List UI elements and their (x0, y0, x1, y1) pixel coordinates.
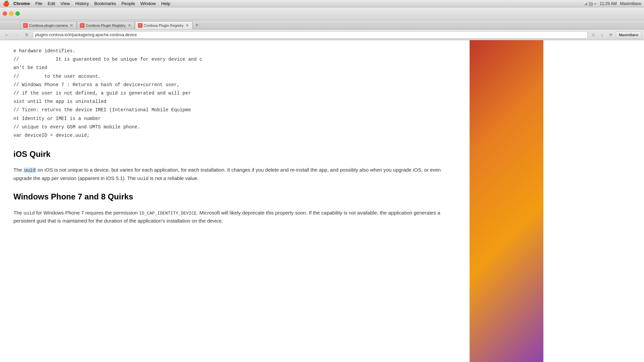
menu-bar-user: Maximiliano (620, 1, 641, 6)
new-tab-button[interactable]: + (193, 21, 202, 29)
tab-2-close[interactable]: ✕ (185, 23, 190, 28)
tabs-bar: C Cordova-plugin-camera ✕ C Cordova Plug… (0, 20, 644, 29)
tab-1-close[interactable]: ✕ (127, 23, 132, 28)
nav-right-controls: ☆ ↓ ≡ Maximiliano (590, 31, 641, 39)
menu-help[interactable]: Help (161, 1, 170, 6)
menu-bookmarks[interactable]: Bookmarks (94, 1, 116, 6)
nav-bar: ← → ↻ plugins.cordova.io/#/package/org.a… (0, 29, 644, 40)
close-window-button[interactable] (3, 11, 7, 16)
ios-para-end: is not a reliable value. (149, 175, 199, 181)
user-profile-button[interactable]: Maximiliano (616, 31, 641, 39)
refresh-button[interactable]: ↻ (23, 31, 31, 39)
ios-para-after: on iOS is not unique to a device, but va… (13, 167, 441, 181)
download-button[interactable]: ↓ (598, 31, 606, 39)
tab-2[interactable]: C Cordova Plugin Registry ✕ (135, 21, 193, 29)
title-bar (0, 7, 644, 20)
maximize-window-button[interactable] (15, 11, 20, 16)
menu-bar-right: ⊿ ))) ⌁ 11:29 AM Maximiliano (584, 1, 641, 6)
tab-1[interactable]: C Cordova Plugin Registry ✕ (77, 21, 135, 29)
menu-bar-time: 11:29 AM (600, 1, 617, 6)
tab-2-label: Cordova Plugin Registry (144, 23, 184, 27)
page-content: e hardware identifies. // It is guarante… (0, 40, 644, 362)
minimize-window-button[interactable] (9, 11, 13, 16)
address-bar[interactable]: plugins.cordova.io/#/package/org.apache.… (33, 31, 588, 39)
menu-window[interactable]: Window (140, 1, 156, 6)
menu-history[interactable]: History (75, 1, 89, 6)
tab-1-label: Cordova Plugin Registry (86, 23, 126, 27)
uuid-inline-1: uuid (137, 176, 149, 181)
wp-quirks-heading: Windows Phone 7 and 8 Quirks (13, 190, 456, 203)
wp-para-mid: for Windows Phone 7 requires the permiss… (35, 210, 139, 216)
menu-view[interactable]: View (60, 1, 70, 6)
menu-edit[interactable]: Edit (48, 1, 55, 6)
bookmark-button[interactable]: ☆ (590, 31, 597, 39)
wp-para-before: The (13, 210, 23, 216)
main-content-area: e hardware identifies. // It is guarante… (0, 40, 470, 362)
ios-quirk-paragraph: The uuid on iOS is not unique to a devic… (13, 166, 456, 182)
menu-chrome[interactable]: Chrome (13, 1, 30, 6)
wp-quirks-paragraph: The uuid for Windows Phone 7 requires th… (13, 209, 456, 225)
tab-0-close[interactable]: ✕ (69, 23, 74, 28)
forward-button[interactable]: → (13, 31, 21, 39)
wp-uuid-code: uuid (23, 210, 35, 216)
ios-para-before: The (13, 167, 23, 173)
ios-quirk-heading: iOS Quirk (13, 148, 456, 161)
menu-people[interactable]: People (121, 1, 135, 6)
right-sidebar-decoration (470, 40, 543, 362)
back-button[interactable]: ← (3, 31, 11, 39)
uuid-highlighted: uuid (23, 168, 36, 173)
apple-menu-icon[interactable]: 🍎 (3, 0, 9, 7)
menu-bar-icons: ⊿ ))) ⌁ (584, 1, 596, 6)
wp-permission-code: ID_CAP_IDENTITY_DEVICE (139, 211, 197, 216)
tab-0-label: Cordova-plugin-camera (29, 23, 68, 27)
url-text: plugins.cordova.io/#/package/org.apache.… (35, 33, 137, 37)
menu-bar: 🍎 Chrome File Edit View History Bookmark… (0, 0, 644, 7)
tab-0[interactable]: C Cordova-plugin-camera ✕ (20, 21, 77, 29)
tab-1-favicon: C (80, 23, 85, 28)
browser-window: C Cordova-plugin-camera ✕ C Cordova Plug… (0, 7, 644, 362)
tab-0-favicon: C (23, 23, 28, 28)
code-block: e hardware identifies. // It is guarante… (13, 47, 456, 140)
menu-file[interactable]: File (35, 1, 42, 6)
menu-button[interactable]: ≡ (607, 31, 614, 39)
tab-2-favicon: C (138, 23, 143, 28)
user-name-label: Maximiliano (619, 33, 638, 37)
